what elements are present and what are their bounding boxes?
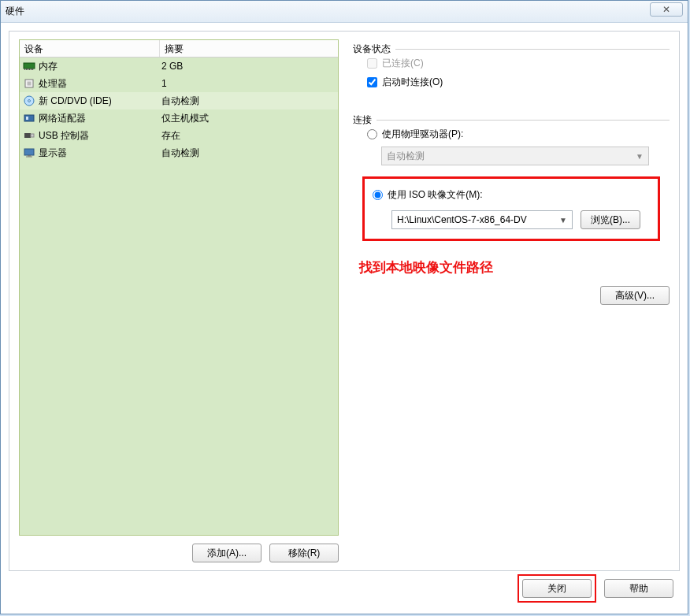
svg-rect-13: [24, 133, 31, 138]
annotation-text: 找到本地映像文件路径: [359, 258, 670, 276]
window-close-button[interactable]: ✕: [650, 2, 683, 17]
device-cell: 内存: [20, 60, 160, 73]
left-button-row: 添加(A)... 移除(R): [19, 544, 339, 562]
device-cell: 处理器: [20, 77, 160, 91]
svg-rect-17: [26, 157, 32, 158]
device-name: 网络适配器: [39, 112, 86, 125]
table-row[interactable]: 内存2 GB: [20, 58, 338, 75]
iso-path-value: H:\Linux\CentOS-7-x86_64-DV: [397, 214, 527, 225]
close-button[interactable]: 关闭: [522, 579, 592, 598]
device-table: 设备 摘要 内存2 GB处理器1新 CD/DVD (IDE)自动检测网络适配器仅…: [19, 39, 339, 536]
summary-cell: 自动检测: [160, 95, 338, 108]
device-name: USB 控制器: [39, 129, 89, 143]
table-row[interactable]: 显示器自动检测: [20, 144, 338, 161]
use-physical-radio[interactable]: [367, 129, 377, 139]
svg-rect-14: [31, 134, 34, 137]
cpu-icon: [23, 78, 35, 89]
svg-point-10: [28, 100, 31, 102]
nic-icon: [23, 113, 35, 124]
chevron-down-icon: ▼: [636, 152, 644, 161]
close-icon: ✕: [662, 4, 670, 15]
connect-poweron-label: 启动时连接(O): [382, 76, 443, 89]
table-row[interactable]: 处理器1: [20, 75, 338, 92]
connected-label: 已连接(C): [382, 57, 424, 70]
device-name: 内存: [39, 60, 58, 73]
device-table-body: 内存2 GB处理器1新 CD/DVD (IDE)自动检测网络适配器仅主机模式US…: [20, 58, 338, 535]
annotation-highlight-box: 使用 ISO 映像文件(M): H:\Linux\CentOS-7-x86_64…: [362, 176, 660, 241]
browse-button[interactable]: 浏览(B)...: [581, 210, 640, 229]
iso-row: H:\Linux\CentOS-7-x86_64-DV ▼ 浏览(B)...: [391, 210, 650, 229]
table-row[interactable]: 新 CD/DVD (IDE)自动检测: [20, 92, 338, 109]
svg-rect-5: [31, 69, 32, 70]
content-wrap: 设备 摘要 内存2 GB处理器1新 CD/DVD (IDE)自动检测网络适配器仅…: [1, 23, 688, 614]
summary-cell: 存在: [160, 129, 338, 143]
advanced-row: 高级(V)...: [353, 286, 670, 305]
physical-drive-value: 自动检测: [387, 150, 425, 163]
col-header-device[interactable]: 设备: [20, 40, 160, 57]
device-cell: USB 控制器: [20, 129, 160, 143]
svg-rect-15: [24, 149, 34, 155]
use-physical-label: 使用物理驱动器(P):: [382, 128, 463, 141]
titlebar: 硬件 ✕: [1, 1, 688, 23]
main-columns: 设备 摘要 内存2 GB处理器1新 CD/DVD (IDE)自动检测网络适配器仅…: [19, 39, 670, 562]
device-name: 显示器: [39, 147, 67, 160]
cd-icon: [23, 95, 35, 106]
connected-checkbox-row: 已连接(C): [367, 54, 660, 72]
summary-cell: 2 GB: [160, 61, 338, 72]
connection-group: 连接 使用物理驱动器(P): 自动检测 ▼ 使用 ISO: [353, 113, 670, 249]
connection-legend: 连接: [353, 113, 377, 127]
usb-icon: [23, 130, 35, 141]
hardware-dialog: 硬件 ✕ 设备 摘要 内存2 GB处理器1新 CD/DVD (IDE)自动检测网…: [0, 0, 688, 614]
svg-rect-0: [24, 63, 35, 69]
connect-poweron-checkbox-row[interactable]: 启动时连接(O): [367, 72, 660, 91]
device-table-header: 设备 摘要: [20, 40, 338, 58]
use-iso-radio[interactable]: [373, 190, 383, 200]
advanced-button[interactable]: 高级(V)...: [600, 286, 670, 305]
svg-rect-6: [32, 69, 33, 70]
svg-rect-2: [26, 69, 27, 70]
summary-cell: 1: [160, 78, 338, 89]
remove-button[interactable]: 移除(R): [269, 544, 339, 562]
connect-poweron-checkbox[interactable]: [367, 77, 377, 87]
device-cell: 网络适配器: [20, 112, 160, 125]
svg-rect-11: [24, 115, 34, 121]
iso-path-combobox[interactable]: H:\Linux\CentOS-7-x86_64-DV ▼: [391, 210, 573, 229]
device-name: 新 CD/DVD (IDE): [39, 95, 112, 108]
device-name: 处理器: [39, 77, 67, 91]
device-cell: 显示器: [20, 147, 160, 160]
device-status-legend: 设备状态: [353, 43, 395, 56]
use-iso-label: 使用 ISO 映像文件(M):: [388, 188, 483, 202]
svg-rect-16: [28, 155, 31, 157]
summary-cell: 自动检测: [160, 147, 338, 160]
col-header-summary[interactable]: 摘要: [160, 40, 338, 57]
device-cell: 新 CD/DVD (IDE): [20, 95, 160, 108]
inner-panel: 设备 摘要 内存2 GB处理器1新 CD/DVD (IDE)自动检测网络适配器仅…: [9, 31, 680, 571]
table-row[interactable]: USB 控制器存在: [20, 127, 338, 144]
device-status-group: 设备状态 已连接(C) 启动时连接(O): [353, 43, 670, 99]
svg-rect-3: [28, 69, 28, 70]
add-button[interactable]: 添加(A)...: [192, 544, 262, 562]
svg-rect-4: [29, 69, 30, 70]
use-physical-radio-row[interactable]: 使用物理驱动器(P):: [367, 124, 660, 143]
table-row[interactable]: 网络适配器仅主机模式: [20, 109, 338, 127]
chevron-down-icon: ▼: [559, 216, 567, 225]
use-iso-radio-row[interactable]: 使用 ISO 映像文件(M):: [373, 185, 650, 204]
dialog-footer: 关闭 帮助: [9, 571, 680, 606]
physical-drive-dropdown: 自动检测 ▼: [381, 147, 649, 165]
svg-rect-12: [26, 117, 28, 120]
memory-icon: [23, 61, 35, 72]
help-button[interactable]: 帮助: [604, 579, 673, 598]
titlebar-title: 硬件: [6, 5, 24, 18]
connected-checkbox: [367, 58, 377, 69]
summary-cell: 仅主机模式: [160, 112, 338, 125]
display-icon: [23, 147, 35, 158]
svg-rect-1: [24, 69, 25, 70]
close-button-highlight: 关闭: [518, 574, 596, 603]
left-column: 设备 摘要 内存2 GB处理器1新 CD/DVD (IDE)自动检测网络适配器仅…: [19, 39, 339, 562]
right-column: 设备状态 已连接(C) 启动时连接(O) 连接: [353, 39, 670, 562]
svg-rect-8: [28, 82, 32, 86]
